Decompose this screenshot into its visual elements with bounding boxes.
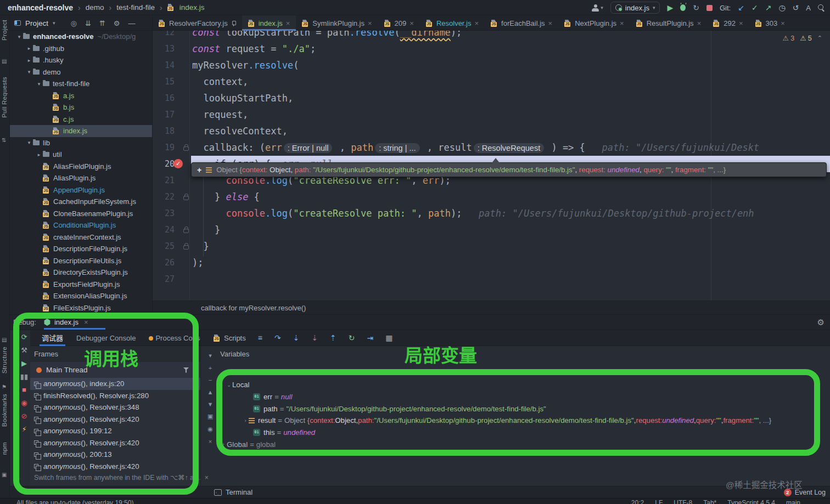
editor-tab[interactable]: JSSymlinkPlugin.js× [296,15,378,31]
terminal-button[interactable]: Terminal [226,488,253,496]
breadcrumb-item[interactable]: enhanced-resolve [8,3,73,12]
tree-chevron-icon[interactable]: ▾ [25,140,33,145]
tree-item[interactable]: ▸util [10,149,152,161]
tree-item[interactable]: ▾demo [10,66,152,78]
status-widget[interactable]: Tab* [703,499,716,504]
editor-tab[interactable]: JS209× [378,15,420,31]
tab-scripts[interactable]: JSScripts [214,334,246,342]
force-step-into-icon[interactable]: ⇣ [311,334,318,342]
code-editor[interactable]: 12const lookupStartPath = path.resolve(_… [153,31,830,301]
debugger-value-tooltip[interactable]: + Object {context: Object, path: "/Users… [191,162,827,177]
close-icon[interactable]: × [739,19,743,27]
show-watches-icon[interactable]: ◉ [208,426,213,433]
debug-button[interactable] [680,4,686,11]
tree-chevron-icon[interactable]: ▾ [25,69,33,75]
undo-button[interactable]: ↺ [793,4,799,12]
close-icon[interactable]: × [620,19,624,27]
close-icon[interactable]: × [368,19,372,27]
evaluate-expression-icon[interactable]: ▦ [385,334,392,342]
project-panel-title[interactable]: Project [25,19,48,27]
expand-all-button[interactable]: ⇊ [85,19,91,27]
editor-tab[interactable]: JS303× [749,15,791,31]
tree-item[interactable]: JSc.js [10,114,152,126]
toolbar-structure-stripe[interactable]: Structure [1,347,8,373]
editor-tab[interactable]: JSforEachBail.js× [485,15,558,31]
tree-item[interactable]: JSAliasPlugin.js [10,172,152,184]
git-push-button[interactable]: ↗ [765,4,772,12]
profile-button[interactable]: ↻ [693,4,699,12]
breakpoint-icon[interactable]: ✓ [173,159,183,168]
status-widget[interactable]: 20:2 [631,499,644,504]
close-icon[interactable]: × [410,19,414,27]
toolbar-project-stripe[interactable]: Project [1,20,8,41]
close-icon[interactable]: × [474,19,479,27]
toolbar-npm-stripe[interactable]: npm [1,442,8,455]
tree-item[interactable]: JSb.js [10,101,152,114]
tree-item[interactable]: JSDescriptionFilePlugin.js [10,243,152,255]
hide-panel-button[interactable]: — [128,19,135,27]
tree-item[interactable]: JSCachedInputFileSystem.js [10,196,152,208]
editor-tab[interactable]: JSResolver.js× [420,15,485,31]
collapse-icon[interactable]: ▾ [209,352,212,359]
editor-tab[interactable]: JS292× [707,15,749,31]
run-configuration-select[interactable]: index.js ▾ [610,2,660,14]
settings-icon[interactable]: ⚙ [114,19,120,27]
copy-icon[interactable]: ▣ [208,413,213,420]
chevron-up-icon[interactable]: ⌃ [817,35,822,42]
step-into-icon[interactable]: ⇣ [293,334,300,342]
toolbar-pull-requests-stripe[interactable]: Pull Requests [1,77,8,118]
remove-watch-icon[interactable]: − [209,377,212,383]
git-update-button[interactable]: ↙ [738,4,744,12]
run-to-cursor-icon[interactable]: ⇥ [367,334,374,342]
tree-item[interactable]: JSExtensionAliasPlugin.js [10,290,152,302]
run-button[interactable]: ▶ [667,4,673,12]
tree-item[interactable]: JSa.js [10,90,152,102]
close-icon[interactable]: × [286,19,290,27]
close-icon[interactable]: × [697,19,702,27]
tree-item[interactable]: ▸.github [10,43,152,55]
tree-item[interactable]: JSFileExistsPlugin.js [10,302,152,314]
tree-item[interactable]: JSindex.js [10,125,152,137]
tree-item[interactable]: JSCloneBasenamePlugin.js [10,208,152,220]
tree-chevron-icon[interactable]: ▸ [35,152,43,157]
search-icon[interactable] [818,4,825,11]
history-button[interactable]: ◷ [778,4,785,12]
status-widget[interactable]: UTF-8 [674,499,692,504]
tree-item[interactable]: JSAppendPlugin.js [10,184,152,196]
breadcrumb-item[interactable]: demo [86,3,104,12]
tree-chevron-icon[interactable]: ▸ [25,58,33,63]
stop-button[interactable] [706,5,713,11]
inspections-widget[interactable]: ⚠ 3 ⚠ 5 ⌃ [783,34,823,42]
tree-item[interactable]: JSConditionalPlugin.js [10,219,152,231]
translate-icon[interactable]: A [806,4,811,12]
editor-tab[interactable]: JSindex.js× [242,15,296,31]
breadcrumb-item[interactable]: test-find-file [116,3,155,12]
tree-chevron-icon[interactable]: ▾ [35,81,43,87]
tree-item[interactable]: JSDirectoryExistsPlugin.js [10,267,152,279]
threads-view-icon[interactable]: ≡ [258,334,262,342]
editor-tab[interactable]: JSResolverFactory.js [153,15,242,31]
tree-item[interactable]: ▾enhanced-resolve~/Desktop/g [10,31,152,43]
expand-plus-icon[interactable]: + [197,166,201,174]
close-icon[interactable]: × [548,19,553,27]
chevron-down-icon[interactable]: ▾ [53,20,55,26]
tree-item[interactable]: ▾test-find-file [10,78,152,90]
tree-item[interactable]: JSAliasFieldPlugin.js [10,161,152,173]
tree-item[interactable]: JScreateInnerContext.js [10,231,152,243]
user-menu[interactable]: ▾ [592,4,603,12]
collapse-all-button[interactable]: ⇈ [99,19,105,27]
editor-tab[interactable]: JSResultPlugin.js× [630,15,708,31]
settings-icon[interactable]: ⚙ [817,318,825,327]
tree-chevron-icon[interactable]: ▸ [25,46,33,51]
tree-item[interactable]: ▸.husky [10,54,152,66]
tree-item[interactable]: JSExportsFieldPlugin.js [10,279,152,291]
editor-tab[interactable]: JSNextPlugin.js× [558,15,630,31]
toolbar-bookmarks-stripe[interactable]: Bookmarks [1,394,8,427]
add-watch-icon[interactable]: + [209,365,212,371]
locate-file-button[interactable]: ◎ [71,19,77,27]
close-icon[interactable]: × [781,19,785,27]
close-icon[interactable]: × [209,438,212,445]
breadcrumb-item[interactable]: index.js [180,3,205,12]
step-out-icon[interactable]: ⇡ [330,334,337,342]
status-widget[interactable]: LF [655,499,663,504]
